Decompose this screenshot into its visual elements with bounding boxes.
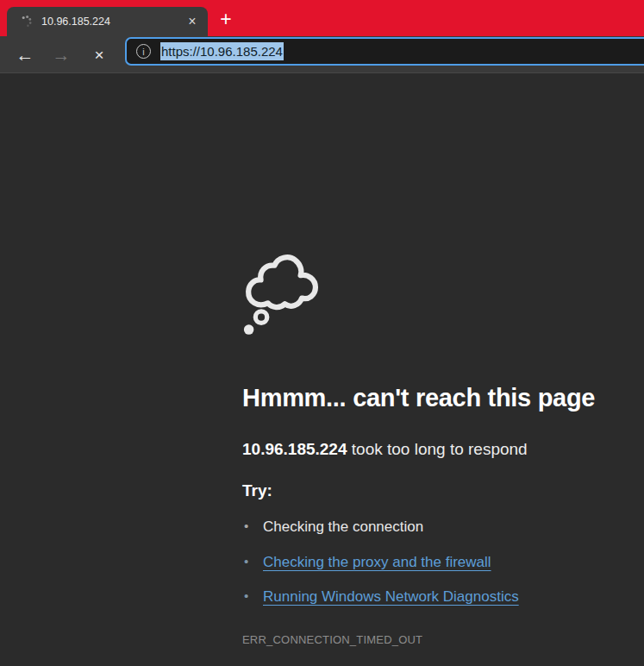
error-page: Hmmm... can't reach this page 10.96.185.… <box>0 74 644 666</box>
suggestion-item: •Checking the proxy and the firewall <box>244 554 491 571</box>
tab-10.96.185.224[interactable]: 10.96.185.224 × <box>7 7 208 36</box>
arrow-left-icon: ← <box>16 46 34 64</box>
new-tab-button[interactable]: + <box>214 8 238 30</box>
try-label: Try: <box>242 481 272 500</box>
tab-title: 10.96.185.224 <box>41 16 184 28</box>
error-message: 10.96.185.224 took too long to respond <box>242 440 528 459</box>
suggestion-item: •Running Windows Network Diagnostics <box>244 588 519 606</box>
close-icon: × <box>94 47 103 63</box>
site-info-icon[interactable]: i <box>136 44 151 59</box>
proxy-firewall-link[interactable]: Checking the proxy and the firewall <box>263 554 491 570</box>
plus-icon: + <box>220 9 231 29</box>
tab-bar: 10.96.185.224 × + <box>0 0 644 36</box>
navigation-toolbar: ← → × i https://10.96.185.224 <box>0 36 644 73</box>
arrow-right-icon: → <box>53 46 71 64</box>
stop-button[interactable]: × <box>88 36 110 72</box>
error-code: ERR_CONNECTION_TIMED_OUT <box>242 633 422 646</box>
loading-spinner-icon <box>19 15 33 28</box>
network-diagnostics-link[interactable]: Running Windows Network Diagnostics <box>263 588 519 605</box>
tab-close-icon[interactable]: × <box>184 13 201 30</box>
address-bar[interactable]: i https://10.96.185.224 <box>125 37 644 66</box>
error-title: Hmmm... can't reach this page <box>242 384 595 412</box>
bullet-icon: • <box>244 554 263 569</box>
bullet-icon: • <box>244 518 263 533</box>
host-name: 10.96.185.224 <box>242 440 347 458</box>
suggestion-label: Checking the connection <box>263 518 423 535</box>
forward-button[interactable]: → <box>50 36 72 72</box>
browser-window: 10.96.185.224 × + ← → × i https://10.96.… <box>0 0 644 666</box>
thought-bubble-icon <box>241 245 324 335</box>
suggestion-item: •Checking the connection <box>244 518 423 536</box>
back-button[interactable]: ← <box>14 36 36 72</box>
url-text-selected[interactable]: https://10.96.185.224 <box>160 42 284 60</box>
bullet-icon: • <box>244 588 263 603</box>
